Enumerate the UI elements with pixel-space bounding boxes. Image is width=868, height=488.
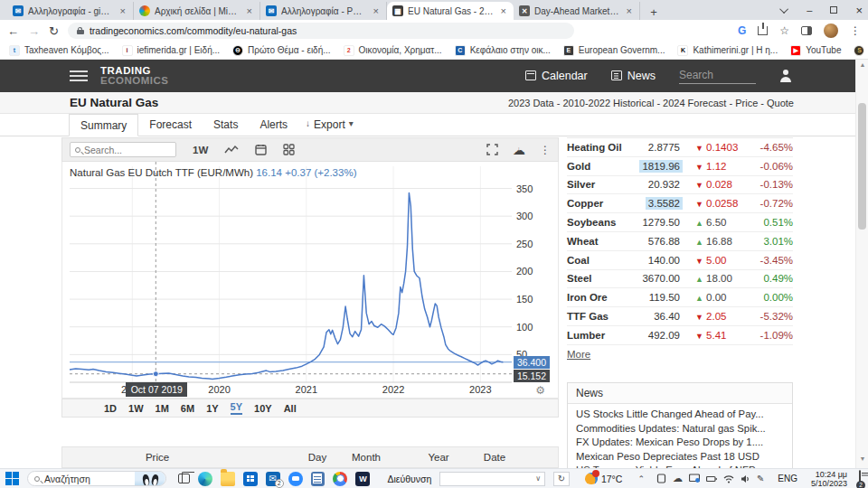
onedrive-cloud-icon[interactable]: ☁ — [673, 473, 683, 484]
taskbar-clock[interactable]: 10:24 μμ 5/10/2023 — [811, 470, 847, 488]
new-tab-button[interactable]: + — [646, 4, 662, 20]
bookmark-item[interactable]: iiefimerida.gr | Ειδή... — [122, 45, 221, 56]
range-1w[interactable]: 1W — [128, 403, 144, 414]
scroll-down-arrow[interactable]: ▼ — [856, 455, 868, 462]
table-row[interactable]: Steel3670.00▲ 18.000.49% — [567, 270, 793, 289]
bookmark-item[interactable]: SSix Members Of Gl... — [854, 45, 868, 56]
table-row[interactable]: Gold1819.96▼ 1.12-0.06% — [567, 157, 793, 176]
menu-hamburger-icon[interactable] — [70, 70, 88, 81]
news-item[interactable]: Mexican Peso Depreciates Past 18 USD — [576, 450, 784, 465]
browser-tab[interactable]: ✕Day-Ahead Market_figures - Eni× — [514, 2, 640, 20]
range-all[interactable]: All — [284, 403, 297, 414]
commodity-name[interactable]: TTF Gas — [567, 311, 627, 322]
site-logo[interactable]: TRADING ECONOMICS — [100, 66, 168, 86]
scroll-up-arrow[interactable]: ▲ — [856, 61, 868, 68]
table-row[interactable]: Soybeans1279.50▲ 6.500.51% — [567, 213, 793, 232]
microsoft-store-icon[interactable] — [243, 472, 258, 486]
tab-stats[interactable]: Stats — [203, 114, 249, 136]
tab-close-icon[interactable]: × — [245, 5, 254, 16]
display-icon[interactable] — [689, 474, 700, 483]
chrome-app[interactable] — [333, 472, 347, 486]
range-5y[interactable]: 5Y — [231, 401, 242, 415]
edge-icon[interactable] — [198, 472, 212, 486]
start-button[interactable] — [5, 472, 19, 485]
tab-close-icon[interactable]: × — [625, 5, 634, 16]
address-toolbar-combobox[interactable]: ∨ — [439, 472, 545, 486]
news-item[interactable]: FX Updates: Mexican Peso Drops by 1.... — [576, 436, 784, 450]
news-item[interactable]: Commodities Updates: Natural gas Spik... — [576, 422, 784, 436]
minimize-button[interactable]: – — [807, 5, 812, 15]
volume-icon[interactable] — [741, 474, 750, 483]
outlook-app[interactable]: ✉ 2 — [266, 472, 280, 486]
language-indicator[interactable]: ENG — [778, 474, 797, 483]
chart-settings-gear-icon[interactable]: ⚙ — [535, 384, 545, 397]
device-icon[interactable] — [656, 474, 666, 483]
search-highlight-image[interactable] — [135, 471, 165, 486]
secure-lock-icon[interactable] — [77, 27, 84, 34]
commodity-name[interactable]: Iron Ore — [567, 292, 627, 303]
column-header-price[interactable]: Price — [146, 452, 169, 463]
bookmark-item[interactable]: tTaxheaven Κόμβος... — [9, 45, 109, 56]
task-view-icon[interactable] — [178, 474, 190, 483]
maximize-button[interactable] — [830, 6, 837, 14]
chart-menu-icon[interactable]: ⋮ — [540, 144, 551, 156]
more-link[interactable]: More — [567, 345, 793, 363]
range-6m[interactable]: 6M — [181, 403, 194, 414]
table-row[interactable]: Iron Ore119.50▲ 0.000.00% — [567, 288, 793, 307]
download-cloud-icon[interactable]: ☁ ↓ — [513, 143, 525, 157]
tab-close-icon[interactable]: × — [499, 5, 508, 16]
commodity-name[interactable]: Steel — [567, 273, 627, 284]
zoom-app-icon[interactable] — [288, 472, 303, 486]
indicators-grid-icon[interactable] — [283, 144, 295, 155]
column-header-year[interactable]: Year — [428, 452, 448, 463]
news-link[interactable]: News — [611, 70, 656, 82]
bookmark-star-icon[interactable]: ☆ — [779, 24, 789, 37]
calculator-icon[interactable] — [311, 472, 326, 486]
commodity-name[interactable]: Soybeans — [567, 217, 627, 228]
commodity-name[interactable]: Wheat — [567, 236, 627, 247]
tray-expand-chevron[interactable]: ⌃ — [637, 474, 645, 483]
table-row[interactable]: Copper3.5582▼ 0.0258-0.72% — [567, 194, 793, 213]
range-1d[interactable]: 1D — [104, 403, 117, 414]
browser-tab[interactable]: ✉Αλληλογραφία - Pappous Giorg× — [260, 2, 387, 20]
commodity-name[interactable]: Gold — [567, 161, 627, 172]
close-window-button[interactable]: × — [855, 4, 863, 17]
user-account-icon[interactable] — [779, 70, 792, 82]
tab-close-icon[interactable]: × — [118, 5, 127, 16]
browser-tab[interactable]: ▦EU Natural Gas - 2023 Data - 20× — [387, 2, 514, 20]
bookmark-item[interactable]: KKathimerini.gr | Η η... — [677, 45, 778, 56]
export-button[interactable]: ↓Export▾ — [298, 114, 361, 136]
weather-widget[interactable]: 17°C — [585, 473, 622, 484]
notification-center[interactable]: 2 — [859, 471, 861, 487]
range-10y[interactable]: 10Y — [254, 403, 272, 414]
google-account-icon[interactable]: G — [738, 24, 746, 37]
browser-tab[interactable]: Αρχική σελίδα | Microsoft 365× — [134, 2, 260, 20]
chart-type-icon[interactable] — [224, 145, 239, 155]
news-item[interactable]: US Stocks Little Changed Ahead of Pay... — [576, 408, 784, 422]
browser-menu-icon[interactable]: ⋮ — [850, 24, 861, 37]
reload-button[interactable]: ↻ — [49, 24, 59, 38]
site-search-input[interactable]: Search — [679, 69, 756, 84]
column-header-month[interactable]: Month — [352, 452, 381, 463]
table-row[interactable]: TTF Gas36.40▼ 2.05-5.32% — [567, 307, 793, 326]
table-row[interactable]: Lumber492.09▼ 5.41-1.09% — [567, 326, 793, 345]
fullscreen-icon[interactable] — [486, 144, 498, 155]
browser-tab[interactable]: ✉Αλληλογραφία - giorgos pappo× — [7, 2, 134, 20]
column-header-day[interactable]: Day — [308, 452, 326, 463]
profile-avatar[interactable] — [824, 23, 838, 38]
tab-search-chevron-icon[interactable] — [779, 5, 788, 14]
commodity-name[interactable]: Coal — [567, 255, 627, 266]
table-row[interactable]: Heating Oil2.8775▼ 0.1403-4.65% — [567, 138, 793, 157]
bookmark-item[interactable]: ΘΠρώτο Θέμα - ειδή... — [232, 45, 331, 56]
wifi-icon[interactable] — [723, 474, 734, 483]
commodity-name[interactable]: Heating Oil — [567, 142, 627, 153]
date-range-icon[interactable] — [255, 144, 267, 155]
tab-summary[interactable]: Summary — [69, 114, 138, 136]
range-1m[interactable]: 1M — [156, 403, 169, 414]
commodity-name[interactable]: Lumber — [567, 330, 627, 341]
bookmark-item[interactable]: 2Οικονομία, Χρηματ... — [344, 45, 442, 56]
bookmark-item[interactable]: CΚεφάλαιο στην οικ... — [455, 45, 551, 56]
table-row[interactable]: Wheat576.88▲ 16.883.01% — [567, 232, 793, 251]
url-field[interactable]: tradingeconomics.com/commodity/eu-natura… — [68, 23, 574, 39]
webex-app[interactable]: W — [355, 472, 370, 486]
